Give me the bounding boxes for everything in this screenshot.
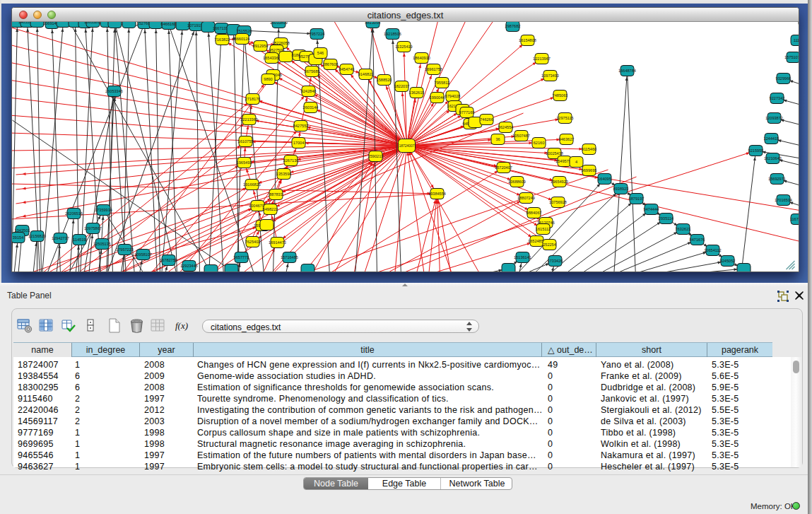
- svg-text:114519: 114519: [73, 238, 86, 242]
- svg-text:6879197: 6879197: [629, 197, 645, 201]
- svg-text:546: 546: [317, 51, 324, 55]
- svg-text:12213369: 12213369: [240, 117, 258, 122]
- svg-text:8471676: 8471676: [690, 238, 705, 242]
- svg-text:12093872: 12093872: [765, 116, 783, 120]
- svg-text:6794028: 6794028: [445, 94, 461, 98]
- svg-text:887833: 887833: [269, 192, 283, 197]
- svg-text:9115460: 9115460: [582, 147, 596, 151]
- svg-text:252254: 252254: [543, 243, 556, 247]
- svg-text:12942737: 12942737: [52, 236, 69, 240]
- svg-text:10688609: 10688609: [508, 180, 526, 184]
- svg-text:16914473: 16914473: [269, 240, 286, 245]
- svg-text:9699695: 9699695: [582, 168, 597, 173]
- svg-text:9215955: 9215955: [748, 148, 764, 153]
- svg-text:16543362: 16543362: [263, 56, 281, 60]
- svg-text:4: 4: [575, 160, 577, 164]
- svg-text:9474444: 9474444: [644, 207, 659, 211]
- svg-text:9245052: 9245052: [720, 259, 736, 263]
- svg-text:8660124: 8660124: [235, 37, 250, 41]
- svg-text:7485063: 7485063: [553, 93, 568, 98]
- svg-text:8813054: 8813054: [365, 22, 381, 25]
- svg-text:f(x): f(x): [175, 320, 188, 331]
- svg-text:12213967: 12213967: [533, 57, 551, 61]
- svg-text:12975115: 12975115: [556, 116, 573, 120]
- svg-text:746266: 746266: [480, 117, 493, 122]
- svg-text:10975867: 10975867: [84, 226, 102, 230]
- svg-text:1362615: 1362615: [409, 90, 425, 95]
- svg-text:62160: 62160: [534, 141, 545, 145]
- svg-text:8427552: 8427552: [293, 124, 309, 128]
- svg-text:9890: 9890: [264, 77, 272, 81]
- svg-text:10973493: 10973493: [541, 74, 559, 78]
- svg-text:2935114: 2935114: [659, 216, 673, 221]
- svg-text:19384554: 19384554: [428, 192, 446, 196]
- svg-text:10655267: 10655267: [84, 22, 102, 24]
- svg-text:164095: 164095: [598, 177, 611, 181]
- svg-text:9227342: 9227342: [770, 96, 785, 100]
- svg-text:15692971: 15692971: [768, 177, 786, 181]
- svg-text:9146821: 9146821: [358, 72, 374, 76]
- svg-text:10025438: 10025438: [546, 151, 563, 156]
- svg-text:36: 36: [495, 137, 500, 141]
- svg-text:2603144: 2603144: [303, 105, 319, 110]
- svg-text:2987682: 2987682: [505, 24, 521, 28]
- svg-text:3624554: 3624554: [498, 125, 514, 129]
- svg-text:1610755: 1610755: [238, 139, 254, 144]
- svg-text:8912954: 8912954: [253, 44, 269, 48]
- svg-text:1244415: 1244415: [764, 136, 779, 141]
- svg-text:18807249: 18807249: [517, 196, 535, 200]
- svg-text:2718176: 2718176: [245, 97, 261, 101]
- svg-text:9329966: 9329966: [776, 76, 792, 81]
- svg-text:1112: 1112: [794, 38, 799, 42]
- svg-text:9884067: 9884067: [526, 211, 542, 215]
- svg-text:16782759: 16782759: [160, 258, 177, 262]
- svg-text:16033809: 16033809: [270, 22, 288, 25]
- svg-text:9463627: 9463627: [559, 137, 575, 141]
- svg-text:16154808: 16154808: [519, 38, 536, 42]
- svg-text:6466160: 6466160: [161, 22, 177, 26]
- svg-text:1965493: 1965493: [237, 160, 252, 165]
- svg-text:10654112: 10654112: [704, 248, 721, 252]
- svg-text:7957224: 7957224: [310, 32, 325, 36]
- svg-text:5498222: 5498222: [263, 207, 278, 211]
- svg-text:9777169: 9777169: [459, 110, 475, 115]
- svg-text:1733426: 1733426: [548, 259, 563, 263]
- svg-text:19218506: 19218506: [384, 32, 401, 36]
- svg-text:1990044: 1990044: [430, 95, 445, 100]
- svg-text:18640910: 18640910: [413, 56, 430, 60]
- svg-text:15716485: 15716485: [281, 255, 298, 259]
- svg-text:7163822: 7163822: [215, 37, 230, 42]
- svg-text:1615112: 1615112: [536, 227, 551, 231]
- svg-text:7515526: 7515526: [237, 29, 252, 33]
- svg-text:19166825: 19166825: [243, 182, 261, 187]
- svg-text:15720407: 15720407: [495, 165, 512, 170]
- svg-text:7955812: 7955812: [435, 81, 450, 85]
- svg-text:1822037: 1822037: [394, 84, 410, 88]
- svg-text:15136141: 15136141: [514, 255, 531, 259]
- svg-text:17016504: 17016504: [775, 198, 792, 202]
- svg-text:17957223: 17957223: [116, 247, 134, 252]
- svg-text:26206516: 26206516: [65, 211, 83, 216]
- svg-text:9242848: 9242848: [301, 89, 317, 93]
- svg-text:8938923: 8938923: [613, 187, 629, 191]
- svg-text:8454749: 8454749: [339, 67, 355, 71]
- svg-text:18724007: 18724007: [399, 144, 414, 148]
- svg-text:11325419: 11325419: [395, 45, 412, 49]
- svg-text:26053346: 26053346: [105, 89, 123, 93]
- svg-text:19654923: 19654923: [551, 180, 568, 184]
- svg-text:15751074: 15751074: [784, 55, 799, 59]
- svg-text:9657771: 9657771: [234, 255, 249, 259]
- svg-text:1167534: 1167534: [790, 217, 799, 221]
- svg-text:17359934: 17359934: [95, 208, 112, 212]
- svg-text:12505135: 12505135: [93, 242, 111, 246]
- svg-text:39154: 39154: [13, 235, 24, 240]
- svg-text:3267130: 3267130: [283, 158, 299, 163]
- svg-text:2590213: 2590213: [368, 154, 384, 158]
- svg-text:16210643: 16210643: [764, 156, 782, 160]
- svg-text:3675685: 3675685: [305, 69, 320, 74]
- svg-text:10756928: 10756928: [549, 200, 567, 204]
- svg-text:10958107: 10958107: [134, 252, 152, 257]
- svg-text:7632621: 7632621: [676, 227, 691, 231]
- svg-text:1353594: 1353594: [276, 172, 292, 176]
- svg-text:2867608: 2867608: [323, 62, 339, 66]
